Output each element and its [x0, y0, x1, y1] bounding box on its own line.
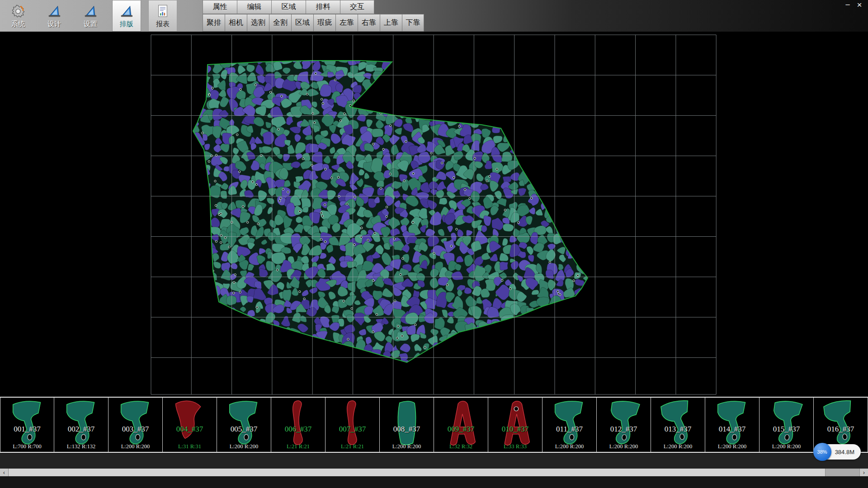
piece-quantity: L:200 R:200: [217, 443, 271, 450]
piece-shape: [222, 399, 267, 450]
main-tab-settings[interactable]: 设置: [76, 0, 105, 32]
pieces-strip: 001_#37L:700 R:700002_#37L:132 R:132003_…: [0, 397, 868, 453]
main-tab-label: 系统: [11, 20, 25, 28]
gear-icon: [10, 3, 26, 19]
scrollbar-thumb[interactable]: [9, 469, 826, 476]
piece-cell-001[interactable]: 001_#37L:700 R:700: [0, 398, 54, 452]
piece-shape: [59, 399, 104, 450]
piece-name: 001_#37: [0, 425, 54, 434]
piece-shape: [330, 399, 375, 450]
close-button[interactable]: ×: [854, 0, 865, 10]
piece-cell-006[interactable]: 006_#37L:21 R:21: [271, 398, 326, 452]
piece-quantity: L:31 R:31: [163, 443, 217, 450]
piece-cell-008[interactable]: 008_#37L:200 R:200: [380, 398, 434, 452]
main-tab-report[interactable]: 报表: [148, 0, 177, 32]
piece-cell-011[interactable]: 011_#37L:200 R:200: [542, 398, 597, 452]
piece-quantity: L:200 R:200: [760, 443, 813, 450]
hide-nesting-view: [0, 32, 868, 397]
tool-button-align-top[interactable]: 上靠: [380, 14, 402, 32]
status-row: [0, 453, 868, 469]
piece-cell-005[interactable]: 005_#37L:200 R:200: [217, 398, 271, 452]
piece-cell-014[interactable]: 014_#37L:200 R:200: [705, 398, 760, 452]
piece-quantity: L:21 R:21: [271, 443, 325, 450]
piece-cell-013[interactable]: 013_#37L:200 R:200: [651, 398, 705, 452]
piece-name: 006_#37: [271, 425, 325, 434]
piece-cell-012[interactable]: 012_#37L:200 R:200: [597, 398, 651, 452]
piece-name: 015_#37: [760, 425, 813, 434]
piece-shape: [764, 399, 809, 450]
scrollbar-track[interactable]: [9, 469, 859, 476]
tool-button-defect[interactable]: 瑕疵: [313, 14, 335, 32]
piece-name: 007_#37: [326, 425, 379, 434]
piece-shape: [493, 399, 538, 450]
main-tab-design[interactable]: 设计: [40, 0, 69, 32]
piece-cell-010[interactable]: 010_#37L:33 R:33: [488, 398, 542, 452]
main-nav: 系统设计设置排版报表: [0, 0, 184, 32]
piece-shape: [601, 399, 646, 450]
usage-percent-badge: 38%: [813, 443, 831, 461]
piece-quantity: L:200 R:200: [705, 443, 759, 450]
piece-name: 016_#37: [814, 425, 868, 434]
piece-cell-004[interactable]: 004_#37L:31 R:31: [163, 398, 217, 452]
piece-cell-003[interactable]: 003_#37L:200 R:200: [108, 398, 163, 452]
menu-stack: 属性编辑区域排料交互 聚排相机选割全割区域瑕疵左靠右靠上靠下靠: [203, 0, 424, 32]
memory-value: 384.8M: [835, 449, 854, 455]
main-tab-system[interactable]: 系统: [4, 0, 33, 32]
piece-shape: [384, 399, 429, 450]
piece-name: 005_#37: [217, 425, 271, 434]
piece-name: 013_#37: [651, 425, 705, 434]
tool-button-align-bottom[interactable]: 下靠: [402, 14, 424, 32]
piece-cell-002[interactable]: 002_#37L:132 R:132: [54, 398, 108, 452]
main-tab-label: 排版: [120, 20, 133, 28]
report-icon: [155, 3, 171, 19]
tool-button-align-right[interactable]: 右靠: [358, 14, 380, 32]
piece-name: 008_#37: [380, 425, 434, 434]
tool-button-align-left[interactable]: 左靠: [335, 14, 358, 32]
piece-quantity: L:200 R:200: [542, 443, 596, 450]
window-controls: − ×: [842, 0, 865, 10]
tool-button-cluster-nest[interactable]: 聚排: [203, 14, 225, 32]
scroll-left-arrow[interactable]: ‹: [0, 469, 9, 476]
scroll-right-arrow[interactable]: ›: [859, 469, 868, 476]
nesting-icon: [118, 3, 135, 19]
main-tab-nesting[interactable]: 排版: [112, 0, 141, 32]
piece-name: 012_#37: [597, 425, 651, 434]
piece-quantity: L:200 R:200: [108, 443, 162, 450]
piece-cell-009[interactable]: 009_#37L:32 R:32: [434, 398, 488, 452]
piece-quantity: L:32 R:32: [434, 443, 488, 450]
piece-shape: [5, 399, 50, 450]
main-tab-label: 报表: [156, 20, 170, 28]
piece-name: 010_#37: [488, 425, 542, 434]
tool-button-region[interactable]: 区域: [291, 14, 313, 32]
tool-button-cut-all[interactable]: 全割: [269, 14, 291, 32]
piece-shape: [656, 399, 701, 450]
main-tab-label: 设计: [47, 20, 61, 28]
piece-name: 003_#37: [108, 425, 162, 434]
nesting-canvas[interactable]: [0, 32, 868, 397]
minimize-button[interactable]: −: [842, 0, 854, 10]
menu-tab-nest[interactable]: 排料: [306, 0, 340, 14]
menu-tab-properties[interactable]: 属性: [203, 0, 237, 14]
bottom-filler: [0, 476, 868, 488]
piece-name: 014_#37: [705, 425, 759, 434]
menu-tab-region[interactable]: 区域: [271, 0, 306, 14]
piece-name: 004_#37: [163, 425, 217, 434]
piece-cell-007[interactable]: 007_#37L:21 R:21: [326, 398, 380, 452]
menu-tab-edit[interactable]: 编辑: [237, 0, 271, 14]
piece-quantity: L:21 R:21: [326, 443, 379, 450]
piece-quantity: L:200 R:200: [651, 443, 705, 450]
piece-shape: [113, 399, 158, 450]
menu-tab-interaction[interactable]: 交互: [340, 0, 374, 14]
piece-quantity: L:200 R:200: [380, 443, 434, 450]
piece-name: 009_#37: [434, 425, 488, 434]
tool-button-camera[interactable]: 相机: [225, 14, 247, 32]
tool-button-select-cut[interactable]: 选割: [247, 14, 269, 32]
piece-quantity: L:700 R:700: [0, 443, 54, 450]
piece-cell-015[interactable]: 015_#37L:200 R:200: [760, 398, 814, 452]
piece-shape: [818, 399, 863, 450]
piece-shape: [439, 399, 484, 450]
memory-badge: 38% 384.8M: [813, 443, 861, 461]
piece-shape: [547, 399, 592, 450]
horizontal-scrollbar[interactable]: ‹ ›: [0, 469, 868, 476]
menu-tab-row: 属性编辑区域排料交互: [203, 0, 424, 14]
